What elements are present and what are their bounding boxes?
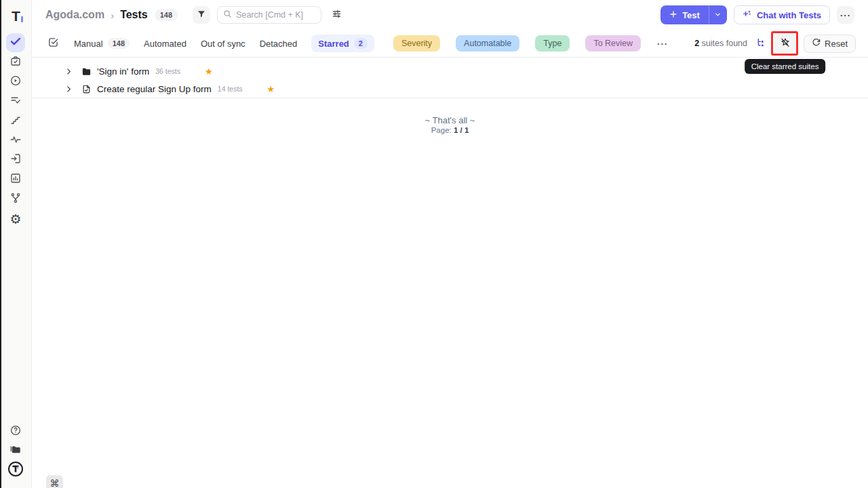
activity-icon	[9, 134, 22, 148]
suite-title[interactable]: Create regular Sign Up form	[97, 84, 212, 94]
tab-manual-label: Manual	[74, 39, 103, 49]
chat-with-tests-button[interactable]: Chat with Tests	[734, 5, 830, 24]
suite-row-sign-in-form[interactable]: 'Sign in' form 36 tests ★	[32, 62, 868, 80]
stairs-icon	[9, 114, 22, 129]
sidebar-item-results[interactable]	[6, 92, 25, 111]
folders-icon	[9, 443, 22, 458]
clear-starred-tooltip: Clear starred suites	[745, 59, 826, 74]
filter-funnel-button[interactable]	[193, 6, 210, 24]
screen-edge	[0, 0, 1, 488]
git-branch-icon	[9, 192, 22, 207]
chevron-down-icon	[714, 10, 722, 20]
folder-icon	[81, 66, 92, 77]
sidebar-item-branches[interactable]	[6, 190, 25, 209]
import-box-icon	[9, 152, 22, 167]
sparkles-icon	[743, 9, 752, 21]
chevron-right-icon[interactable]	[64, 85, 73, 94]
sliders-icon	[331, 8, 342, 22]
left-sidebar: T ⚙	[0, 0, 32, 488]
app-window: T ⚙	[0, 0, 868, 488]
tab-detached-label: Detached	[260, 39, 298, 49]
list-check-icon	[9, 94, 22, 109]
view-settings-button[interactable]	[331, 8, 342, 22]
results-count-text: 2 suites found	[694, 39, 747, 48]
tree-view-toggle-button[interactable]	[755, 36, 768, 52]
tab-starred[interactable]: Starred 2	[311, 35, 374, 52]
tab-out-of-sync[interactable]: Out of sync	[201, 39, 245, 49]
sidebar-item-settings[interactable]: ⚙	[6, 209, 25, 228]
command-icon: ⌘	[50, 478, 60, 488]
tab-manual[interactable]: Manual 148	[74, 38, 130, 49]
circle-t-logo-icon	[7, 461, 24, 480]
header-more-button[interactable]: ···	[837, 6, 854, 24]
sidebar-item-help[interactable]	[6, 422, 25, 441]
suite-tests-count: 36 tests	[155, 67, 180, 75]
plus-icon	[669, 10, 677, 20]
briefcase-check-icon	[9, 55, 22, 70]
new-test-label: Test	[682, 10, 700, 20]
top-header: Agoda.com › Tests 148 Test	[32, 0, 868, 30]
chip-severity[interactable]: Severity	[393, 35, 440, 52]
command-shortcut-button[interactable]: ⌘	[46, 475, 63, 488]
sidebar-item-test-plans[interactable]	[6, 53, 25, 72]
file-check-icon	[81, 84, 92, 94]
help-circle-icon	[9, 424, 22, 439]
sidebar-item-projects[interactable]	[6, 441, 25, 460]
new-test-split-button: Test	[660, 5, 727, 24]
tab-manual-count: 148	[108, 38, 130, 49]
reset-filters-button[interactable]: Reset	[804, 35, 856, 53]
list-tree-icon	[756, 37, 767, 50]
checkbox-edit-icon	[47, 37, 59, 50]
tab-automated[interactable]: Automated	[144, 39, 186, 49]
chevron-right-icon[interactable]	[64, 67, 73, 76]
results-count-label: suites found	[702, 39, 747, 48]
sidebar-item-import[interactable]	[6, 150, 25, 169]
logo-icon: T	[12, 9, 20, 23]
suite-title[interactable]: 'Sign in' form	[97, 66, 149, 77]
suite-tests-count: 14 tests	[218, 85, 243, 93]
tab-starred-count: 2	[354, 38, 368, 49]
star-icon[interactable]: ★	[267, 85, 275, 94]
bar-chart-box-icon	[9, 172, 22, 187]
chip-to-review[interactable]: To Review	[585, 35, 641, 52]
check-icon	[9, 35, 22, 50]
chip-automatable[interactable]: Automatable	[456, 35, 519, 52]
filter-chips: Severity Automatable Type To Review	[393, 35, 641, 52]
breadcrumb-separator: ›	[111, 9, 114, 21]
star-off-icon	[780, 37, 791, 50]
star-icon[interactable]: ★	[205, 67, 213, 76]
chip-type[interactable]: Type	[535, 35, 570, 52]
reset-label: Reset	[825, 39, 848, 49]
sidebar-item-steps[interactable]	[6, 112, 25, 131]
suite-row-create-sign-up-form[interactable]: Create regular Sign Up form 14 tests ★	[32, 80, 868, 98]
new-test-button[interactable]: Test	[660, 5, 709, 24]
chat-with-tests-label: Chat with Tests	[757, 10, 821, 20]
tab-automated-label: Automated	[144, 39, 186, 49]
sidebar-item-brand[interactable]	[6, 461, 25, 480]
pagination-text: Page: 1 / 1	[32, 126, 868, 134]
funnel-icon	[197, 9, 206, 21]
play-circle-icon	[9, 75, 22, 89]
sidebar-item-runs[interactable]	[6, 73, 25, 92]
app-logo[interactable]: T	[0, 5, 32, 26]
filter-toolbar: Manual 148 Automated Out of sync Detache…	[32, 30, 868, 58]
tab-out-of-sync-label: Out of sync	[201, 39, 245, 49]
tab-detached[interactable]: Detached	[260, 39, 298, 49]
filter-tabs: Manual 148 Automated Out of sync Detache…	[74, 35, 374, 52]
breadcrumb-project[interactable]: Agoda.com	[45, 9, 104, 21]
sidebar-item-tests[interactable]	[6, 33, 25, 52]
bulk-edit-button[interactable]	[47, 37, 59, 50]
page-value: 1 / 1	[454, 126, 469, 134]
breadcrumb-page-title: Tests	[120, 9, 148, 21]
more-filters-button[interactable]: ···	[657, 39, 668, 49]
new-test-dropdown-button[interactable]	[709, 5, 727, 24]
search-input[interactable]	[236, 10, 311, 20]
gear-icon: ⚙	[9, 213, 21, 226]
sidebar-item-analytics[interactable]	[6, 131, 25, 150]
search-box[interactable]	[217, 6, 321, 24]
page-label: Page:	[431, 126, 452, 134]
tab-starred-label: Starred	[318, 39, 349, 49]
results-count-number: 2	[694, 39, 699, 48]
sidebar-item-reports[interactable]	[6, 170, 25, 189]
clear-starred-button[interactable]	[774, 34, 795, 53]
